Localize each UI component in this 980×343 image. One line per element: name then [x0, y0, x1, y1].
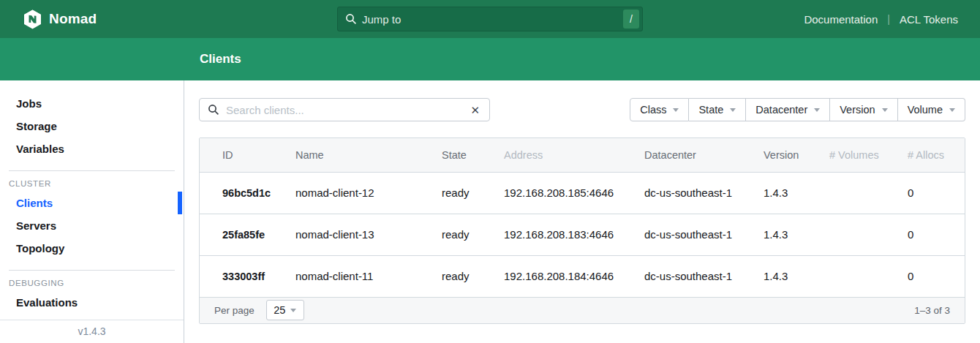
version-label: v1.4.3 [0, 320, 184, 343]
toolbar: Search clients... ✕ Class State Datacent… [199, 98, 965, 121]
table-row[interactable]: 25fa85fe nomad-client-13 ready 192.168.2… [200, 214, 965, 255]
client-version: 1.4.3 [764, 172, 829, 214]
clients-table: ID Name State Address Datacenter Version… [199, 137, 965, 324]
client-volumes [829, 214, 908, 255]
chevron-down-icon [673, 108, 679, 112]
active-item-indicator [178, 192, 182, 214]
sidebar-item-servers[interactable]: Servers [0, 214, 184, 237]
filter-version-dropdown[interactable]: Version [830, 98, 897, 121]
chevron-down-icon [949, 108, 955, 112]
per-page-label: Per page [214, 305, 255, 316]
client-name: nomad-client-12 [295, 172, 442, 214]
chevron-down-icon [814, 108, 820, 112]
filter-label: State [698, 104, 723, 116]
sidebar-item-clients[interactable]: Clients [0, 192, 184, 214]
client-address: 192.168.208.183:4646 [504, 214, 644, 255]
client-allocs: 0 [908, 255, 965, 297]
client-address: 192.168.208.184:4646 [504, 255, 644, 297]
client-name: nomad-client-11 [295, 255, 442, 297]
column-header-volumes: # Volumes [829, 138, 908, 172]
client-datacenter: dc-us-southeast-1 [644, 255, 764, 297]
per-page-select[interactable]: 25 [266, 300, 304, 320]
table-footer: Per page 25 1–3 of 3 [200, 298, 965, 323]
filter-class-dropdown[interactable]: Class [630, 98, 689, 121]
client-address: 192.168.208.185:4646 [504, 172, 644, 214]
filter-group: Class State Datacenter Version Volume [630, 98, 965, 121]
chevron-down-icon [290, 309, 296, 312]
filter-label: Volume [908, 104, 943, 116]
keyboard-shortcut-badge: / [623, 10, 639, 29]
sidebar-section-cluster: CLUSTER [0, 176, 184, 192]
sidebar-item-variables[interactable]: Variables [0, 137, 184, 160]
chevron-down-icon [730, 108, 736, 112]
table-row[interactable]: 96bc5d1c nomad-client-12 ready 192.168.2… [200, 172, 965, 214]
top-navbar: Nomad Jump to / Documentation | ACL Toke… [0, 0, 980, 38]
jump-to-search-input[interactable]: Jump to / [337, 7, 643, 31]
content-layout: Jobs Storage Variables CLUSTER Clients S… [0, 80, 980, 343]
jump-to-placeholder: Jump to [362, 13, 623, 26]
sidebar-divider [9, 270, 175, 271]
column-header-address: Address [504, 138, 644, 172]
filter-label: Version [840, 104, 875, 116]
search-icon [345, 13, 357, 25]
documentation-link[interactable]: Documentation [804, 13, 878, 26]
filter-datacenter-dropdown[interactable]: Datacenter [746, 98, 830, 121]
sidebar-section-debugging: DEBUGGING [0, 275, 184, 291]
client-datacenter: dc-us-southeast-1 [644, 172, 764, 214]
filter-label: Class [640, 104, 666, 116]
per-page-value: 25 [274, 304, 285, 316]
client-id: 96bc5d1c [200, 172, 295, 214]
search-icon [208, 104, 219, 116]
sidebar-item-evaluations[interactable]: Evaluations [0, 291, 184, 314]
client-version: 1.4.3 [764, 214, 829, 255]
client-allocs: 0 [908, 214, 965, 255]
acl-tokens-link[interactable]: ACL Tokens [900, 13, 958, 26]
table-header-row: ID Name State Address Datacenter Version… [200, 138, 965, 172]
filter-label: Datacenter [755, 104, 807, 116]
pagination-range-label: 1–3 of 3 [914, 305, 950, 316]
filter-state-dropdown[interactable]: State [689, 98, 746, 121]
column-header-allocs: # Allocs [908, 138, 965, 172]
link-separator: | [887, 13, 890, 25]
client-version: 1.4.3 [764, 255, 829, 297]
sidebar-nav: Jobs Storage Variables CLUSTER Clients S… [0, 80, 184, 320]
sidebar: Jobs Storage Variables CLUSTER Clients S… [0, 80, 184, 343]
column-header-datacenter[interactable]: Datacenter [644, 138, 764, 172]
sidebar-item-label: Clients [16, 197, 53, 209]
client-state: ready [442, 172, 504, 214]
column-header-name[interactable]: Name [295, 138, 442, 172]
nomad-brand[interactable]: Nomad [0, 10, 97, 29]
nomad-logo-icon [23, 10, 42, 29]
filter-volume-dropdown[interactable]: Volume [898, 98, 965, 121]
search-placeholder: Search clients... [226, 104, 469, 116]
topnav-links: Documentation | ACL Tokens [804, 13, 980, 26]
client-allocs: 0 [908, 172, 965, 214]
sidebar-item-topology[interactable]: Topology [0, 237, 184, 260]
column-header-state[interactable]: State [442, 138, 504, 172]
client-id: 25fa85fe [200, 214, 295, 255]
clear-search-icon[interactable]: ✕ [469, 103, 481, 117]
sidebar-divider [9, 170, 175, 171]
main-content: Search clients... ✕ Class State Datacent… [184, 80, 980, 343]
client-id: 333003ff [200, 255, 295, 297]
client-state: ready [442, 214, 504, 255]
client-volumes [829, 255, 908, 297]
chevron-down-icon [882, 108, 888, 112]
sidebar-item-storage[interactable]: Storage [0, 115, 184, 137]
client-name: nomad-client-13 [295, 214, 442, 255]
brand-name: Nomad [49, 11, 97, 27]
table-row[interactable]: 333003ff nomad-client-11 ready 192.168.2… [200, 255, 965, 297]
column-header-id[interactable]: ID [200, 138, 295, 172]
column-header-version[interactable]: Version [764, 138, 829, 172]
client-volumes [829, 172, 908, 214]
client-datacenter: dc-us-southeast-1 [644, 214, 764, 255]
page-header: Clients [0, 38, 980, 80]
sidebar-item-jobs[interactable]: Jobs [0, 92, 184, 115]
search-clients-input[interactable]: Search clients... ✕ [199, 98, 490, 121]
client-state: ready [442, 255, 504, 297]
page-title: Clients [200, 52, 241, 67]
